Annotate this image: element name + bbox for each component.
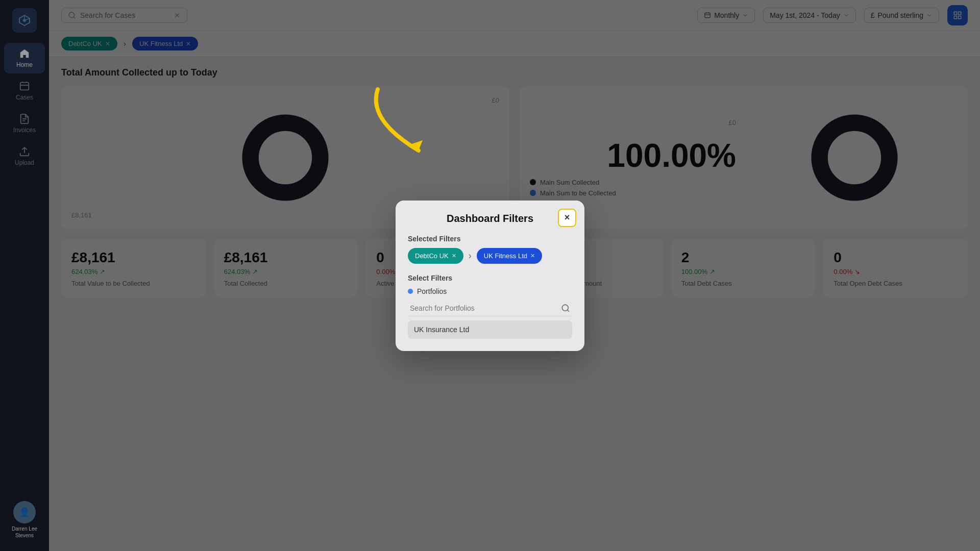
portfolio-list-item[interactable]: UK Insurance Ltd (408, 320, 572, 339)
portfolios-label: Portfolios (417, 287, 447, 295)
svg-marker-10 (407, 140, 423, 151)
select-filters-label: Select Filters (408, 274, 572, 282)
modal-overlay[interactable]: Dashboard Filters × Selected Filters Deb… (0, 0, 980, 551)
modal-filter-debtco-label: DebtCo UK (415, 252, 449, 260)
portfolio-list: UK Insurance Ltd (408, 320, 572, 339)
portfolio-search-input[interactable] (410, 304, 561, 312)
portfolio-search[interactable] (408, 300, 572, 316)
modal-filter-ukfitness[interactable]: UK Fitness Ltd ✕ (477, 248, 542, 264)
modal-dialog: Dashboard Filters × Selected Filters Deb… (396, 201, 584, 351)
modal-filter-ukfitness-label: UK Fitness Ltd (484, 252, 527, 260)
selected-filters-label: Selected Filters (408, 235, 572, 243)
modal-remove-debtco-icon[interactable]: ✕ (452, 253, 456, 259)
modal-close-button[interactable]: × (558, 209, 576, 227)
modal-filter-arrow: › (469, 251, 472, 261)
portfolios-row: Portfolios (408, 287, 572, 295)
modal-filters-row: DebtCo UK ✕ › UK Fitness Ltd ✕ (408, 248, 572, 264)
portfolio-search-icon (561, 304, 570, 313)
modal-title: Dashboard Filters (408, 213, 572, 224)
modal-filter-debtco[interactable]: DebtCo UK ✕ (408, 248, 463, 264)
svg-point-11 (562, 305, 568, 311)
modal-remove-ukfitness-icon[interactable]: ✕ (530, 253, 535, 259)
app-container: Home Cases Invoices Upload 👤 Darren Le (0, 0, 980, 551)
portfolio-item-label: UK Insurance Ltd (414, 325, 469, 334)
portfolios-dot (408, 289, 413, 294)
close-icon: × (565, 212, 570, 223)
arrow-annotation (347, 79, 459, 166)
